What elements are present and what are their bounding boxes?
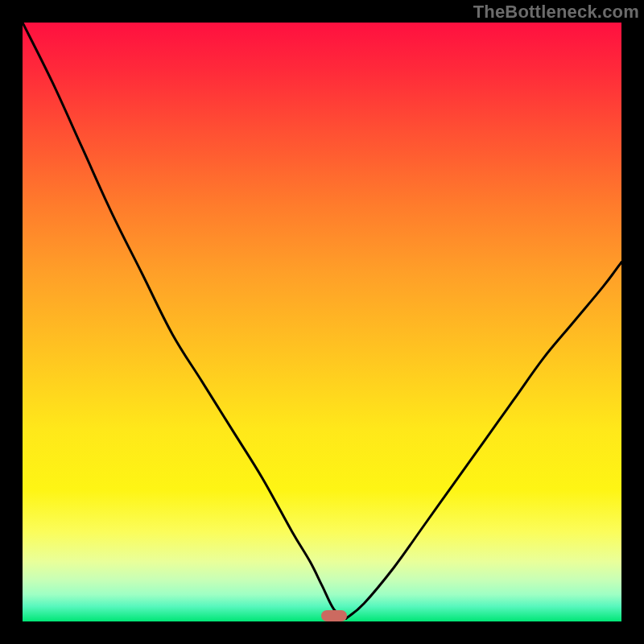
curve-left-branch <box>23 23 346 618</box>
bottleneck-curve <box>23 23 621 621</box>
curve-right-branch <box>346 262 621 619</box>
chart-frame: TheBottleneck.com <box>0 0 644 644</box>
optimal-point-marker <box>321 610 347 621</box>
watermark-text: TheBottleneck.com <box>473 2 639 23</box>
